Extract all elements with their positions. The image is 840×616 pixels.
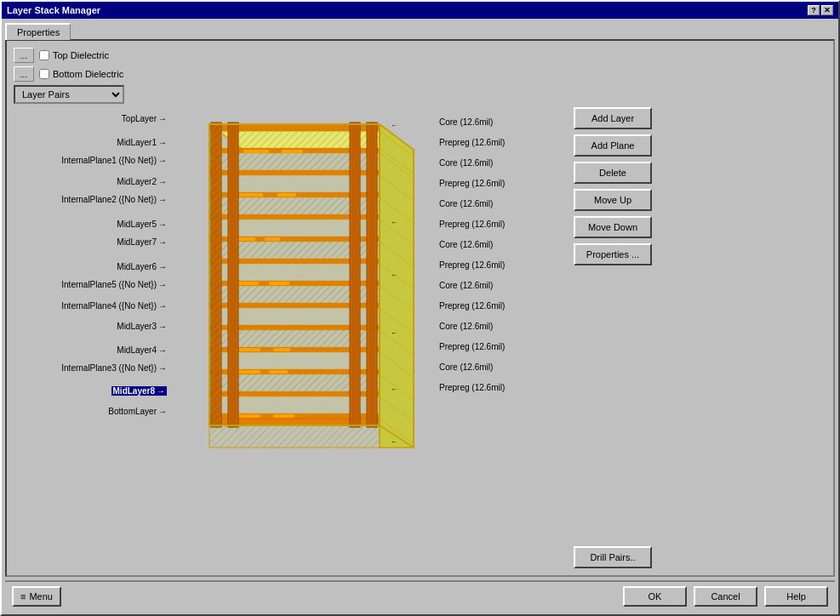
top-dielectric-checkbox[interactable] — [39, 50, 49, 60]
top-dielectric-label: Top Dielectric — [39, 50, 109, 60]
right-label-2: Core (12.6mil) — [439, 158, 493, 168]
tab-bar: Properties — [5, 22, 835, 39]
svg-rect-21 — [277, 193, 296, 197]
pcb-svg: ← ← ← ← ← ← — [184, 107, 431, 482]
title-bar: Layer Stack Manager ? ✕ — [2, 2, 838, 19]
left-labels-panel: TopLayer → MidLayer1 → InternalPlane1 ({… — [14, 107, 184, 568]
buttons-panel: Add Layer Add Plane Delete Move Up Move … — [567, 107, 652, 568]
label-midlayer8: MidLayer8 → — [111, 386, 167, 396]
right-label-12: Core (12.6mil) — [439, 362, 493, 372]
svg-text:←: ← — [391, 271, 397, 279]
top-controls: ... Top Dielectric — [14, 48, 826, 63]
bottom-dielectric-checkbox[interactable] — [39, 69, 49, 79]
help-title-btn[interactable]: ? — [808, 5, 820, 15]
right-label-0: Core (12.6mil) — [439, 117, 493, 127]
ok-button[interactable]: OK — [623, 586, 687, 607]
bottom-right: OK Cancel Help — [623, 586, 828, 607]
svg-rect-61 — [269, 370, 288, 374]
svg-rect-92 — [228, 123, 238, 427]
label-midlayer6: MidLayer6 → — [117, 262, 167, 271]
right-label-4: Core (12.6mil) — [439, 199, 493, 208]
svg-rect-30 — [237, 237, 255, 241]
bottom-left: ≡ Menu — [12, 586, 61, 607]
right-label-3: Prepreg (12.6mil) — [439, 179, 505, 188]
svg-text:←: ← — [391, 122, 397, 129]
label-internalplane2: InternalPlane2 ({No Net}) → — [61, 195, 167, 204]
right-label-7: Prepreg (12.6mil) — [439, 260, 505, 270]
move-up-button[interactable]: Move Up — [574, 189, 652, 211]
drill-pairs-button[interactable]: Drill Pairs.. — [574, 546, 652, 568]
label-toplayer: TopLayer → — [122, 114, 167, 123]
svg-text:←: ← — [391, 329, 397, 337]
menu-icon: ≡ — [20, 591, 26, 602]
add-layer-button[interactable]: Add Layer — [574, 107, 652, 129]
layer-pairs-dropdown[interactable]: Layer Pairs — [14, 85, 124, 104]
label-internalplane3: InternalPlane3 ({No Net}) → — [61, 363, 167, 373]
label-bottomlayer: BottomLayer → — [108, 407, 167, 416]
svg-text:←: ← — [391, 219, 397, 226]
main-panel: ... Top Dielectric ... Bottom Dielectric… — [5, 39, 835, 577]
close-title-btn[interactable]: ✕ — [821, 5, 833, 15]
title-bar-buttons: ? ✕ — [808, 5, 833, 15]
top-dielectric-btn[interactable]: ... — [14, 48, 34, 63]
move-down-button[interactable]: Move Down — [574, 216, 652, 238]
label-midlayer1: MidLayer1 → — [117, 138, 167, 147]
label-midlayer5: MidLayer5 → — [117, 220, 167, 229]
right-label-9: Prepreg (12.6mil) — [439, 301, 505, 311]
label-internalplane1: InternalPlane1 ({No Net}) → — [61, 156, 167, 165]
svg-rect-55 — [273, 348, 290, 351]
window-title: Layer Stack Manager — [7, 5, 100, 15]
right-label-6: Core (12.6mil) — [439, 240, 493, 249]
svg-text:←: ← — [391, 385, 397, 393]
label-midlayer7: MidLayer7 → — [117, 237, 167, 247]
right-label-13: Prepreg (12.6mil) — [439, 383, 505, 392]
menu-button[interactable]: ≡ Menu — [12, 586, 61, 607]
svg-text:←: ← — [391, 438, 397, 446]
svg-rect-31 — [265, 237, 280, 241]
svg-rect-41 — [269, 282, 289, 285]
svg-rect-11 — [282, 150, 303, 153]
svg-marker-3 — [380, 124, 414, 448]
right-labels-panel: Core (12.6mil) Prepreg (12.6mil) Core (1… — [439, 107, 567, 568]
delete-button[interactable]: Delete — [574, 162, 652, 184]
svg-rect-60 — [237, 370, 260, 374]
dropdown-row: Layer Pairs — [14, 85, 826, 104]
label-midlayer3: MidLayer3 → — [117, 322, 167, 331]
svg-rect-90 — [211, 123, 221, 427]
label-internalplane5: InternalPlane5 ({No Net}) → — [61, 280, 167, 289]
svg-rect-96 — [367, 123, 377, 427]
svg-rect-20 — [239, 193, 263, 197]
label-midlayer4: MidLayer4 → — [117, 345, 167, 355]
properties-button[interactable]: Properties ... — [574, 243, 652, 265]
tab-properties[interactable]: Properties — [5, 23, 71, 40]
right-label-8: Core (12.6mil) — [439, 281, 493, 290]
pcb-diagram: ← ← ← ← ← ← — [184, 107, 431, 482]
right-label-11: Prepreg (12.6mil) — [439, 342, 505, 351]
svg-rect-10 — [243, 150, 269, 153]
bottom-dielectric-btn[interactable]: ... — [14, 66, 34, 82]
content-area: TopLayer → MidLayer1 → InternalPlane1 ({… — [14, 107, 826, 568]
cancel-button[interactable]: Cancel — [694, 586, 757, 607]
bottom-bar: ≡ Menu OK Cancel Help — [5, 580, 835, 611]
add-plane-button[interactable]: Add Plane — [574, 134, 652, 157]
bottom-controls: ... Bottom Dielectric — [14, 66, 826, 82]
label-midlayer2: MidLayer2 → — [117, 177, 167, 186]
label-internalplane4: InternalPlane4 ({No Net}) → — [61, 301, 167, 311]
main-window: Layer Stack Manager ? ✕ Properties ... T… — [0, 0, 840, 616]
right-label-1: Prepreg (12.6mil) — [439, 138, 505, 147]
menu-label: Menu — [29, 591, 53, 602]
window-content: Properties ... Top Dielectric ... Bottom… — [2, 19, 838, 614]
right-label-10: Core (12.6mil) — [439, 322, 493, 331]
bottom-dielectric-label: Bottom Dielectric — [39, 69, 123, 79]
svg-rect-94 — [350, 123, 360, 427]
help-button[interactable]: Help — [764, 586, 828, 607]
svg-rect-54 — [239, 348, 260, 351]
right-label-5: Prepreg (12.6mil) — [439, 220, 505, 229]
svg-rect-71 — [273, 414, 294, 418]
